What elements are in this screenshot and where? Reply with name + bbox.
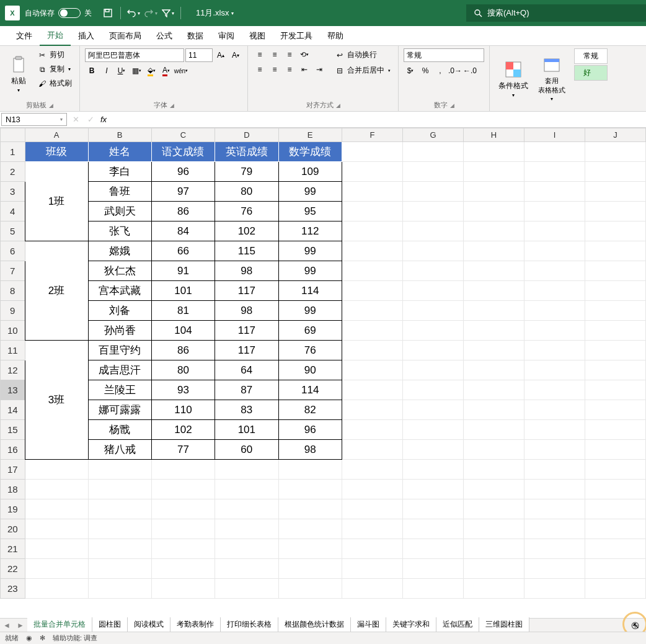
cell-I6[interactable] (524, 241, 585, 261)
cell-F19[interactable] (342, 499, 402, 519)
cell-B6[interactable]: 嫦娥 (88, 241, 151, 261)
merge-center-button[interactable]: ⊟合并后居中▾ (332, 64, 393, 77)
cell-E1[interactable]: 数学成绩 (278, 142, 342, 162)
cell-C17[interactable] (151, 460, 215, 480)
cell-G14[interactable] (402, 400, 463, 420)
cell-E14[interactable]: 82 (278, 400, 342, 420)
cell-H15[interactable] (463, 420, 524, 440)
cell-J19[interactable] (585, 499, 645, 519)
cell-G16[interactable] (402, 440, 463, 460)
cell-E12[interactable]: 90 (278, 360, 342, 380)
cell-E6[interactable]: 99 (278, 241, 342, 261)
cell-D21[interactable] (215, 539, 278, 559)
cell-E2[interactable]: 109 (278, 162, 342, 182)
sheet-tab-5[interactable]: 根据颜色统计数据 (278, 617, 351, 633)
cell-I22[interactable] (524, 559, 585, 579)
row-header-4[interactable]: 4 (1, 202, 25, 221)
cell-B4[interactable]: 武则天 (88, 202, 151, 221)
dialog-launcher-icon[interactable]: ◢ (170, 102, 174, 109)
phonetic-button[interactable]: wén▾ (174, 65, 188, 77)
column-header-J[interactable]: J (585, 128, 645, 142)
select-all-corner[interactable] (1, 128, 25, 142)
cell-H18[interactable] (463, 480, 524, 499)
fx-icon[interactable]: fx (98, 115, 109, 124)
cell-J3[interactable] (585, 182, 645, 202)
underline-button[interactable]: U▾ (115, 65, 128, 77)
row-header-14[interactable]: 14 (1, 400, 25, 420)
cell-H23[interactable] (463, 579, 524, 599)
dialog-launcher-icon[interactable]: ◢ (450, 102, 454, 109)
row-header-12[interactable]: 12 (1, 360, 25, 380)
cell-D15[interactable]: 101 (215, 420, 278, 440)
cell-E23[interactable] (278, 579, 342, 599)
sheet-tab-6[interactable]: 漏斗图 (351, 617, 386, 633)
cell-I16[interactable] (524, 440, 585, 460)
align-middle-icon[interactable]: ≡ (268, 48, 281, 61)
cell-B13[interactable]: 兰陵王 (88, 380, 151, 400)
cell-I4[interactable] (524, 202, 585, 221)
cell-C16[interactable]: 77 (151, 440, 215, 460)
column-header-I[interactable]: I (524, 128, 585, 142)
dialog-launcher-icon[interactable]: ◢ (336, 102, 340, 109)
cell-H3[interactable] (463, 182, 524, 202)
cell-G2[interactable] (402, 162, 463, 182)
cell-H11[interactable] (463, 341, 524, 360)
row-header-8[interactable]: 8 (1, 281, 25, 301)
sheet-tab-8[interactable]: 近似匹配 (436, 617, 479, 633)
macro-record-icon[interactable]: ◉ (26, 634, 32, 642)
ribbon-tab-9[interactable]: 帮助 (320, 27, 351, 45)
undo-button[interactable]: ▾ (125, 4, 142, 22)
cell-F23[interactable] (342, 579, 402, 599)
row-header-17[interactable]: 17 (1, 460, 25, 480)
cell-C1[interactable]: 语文成绩 (151, 142, 215, 162)
enter-fx-icon[interactable]: ✓ (83, 115, 98, 124)
border-button[interactable]: ▦▾ (130, 65, 143, 77)
row-header-13[interactable]: 13 (1, 380, 25, 400)
increase-font-icon[interactable]: A▴ (214, 49, 228, 61)
cell-F9[interactable] (342, 301, 402, 321)
cell-B7[interactable]: 狄仁杰 (88, 261, 151, 281)
cell-E13[interactable]: 114 (278, 380, 342, 400)
cell-I23[interactable] (524, 579, 585, 599)
row-header-18[interactable]: 18 (1, 480, 25, 499)
cell-H9[interactable] (463, 301, 524, 321)
cell-G19[interactable] (402, 499, 463, 519)
row-header-19[interactable]: 19 (1, 499, 25, 519)
cell-F2[interactable] (342, 162, 402, 182)
cell-B15[interactable]: 杨戬 (88, 420, 151, 440)
row-header-11[interactable]: 11 (1, 341, 25, 360)
cell-G5[interactable] (402, 221, 463, 241)
cell-C8[interactable]: 101 (151, 281, 215, 301)
cell-G21[interactable] (402, 539, 463, 559)
align-left-icon[interactable]: ≡ (253, 63, 267, 76)
cell-F12[interactable] (342, 360, 402, 380)
column-header-E[interactable]: E (278, 128, 342, 142)
cell-J22[interactable] (585, 559, 645, 579)
cell-G20[interactable] (402, 519, 463, 539)
align-center-icon[interactable]: ≡ (268, 63, 281, 76)
cell-E22[interactable] (278, 559, 342, 579)
row-header-20[interactable]: 20 (1, 519, 25, 539)
row-header-23[interactable]: 23 (1, 579, 25, 599)
cell-J23[interactable] (585, 579, 645, 599)
cell-F15[interactable] (342, 420, 402, 440)
cell-H13[interactable] (463, 380, 524, 400)
cell-B22[interactable] (88, 559, 151, 579)
cell-E5[interactable]: 112 (278, 221, 342, 241)
cell-B1[interactable]: 姓名 (88, 142, 151, 162)
cell-C15[interactable]: 102 (151, 420, 215, 440)
cell-A22[interactable] (25, 559, 88, 579)
cell-C9[interactable]: 81 (151, 301, 215, 321)
cell-D6[interactable]: 115 (215, 241, 278, 261)
cell-C11[interactable]: 86 (151, 341, 215, 360)
sheet-tab-1[interactable]: 圆柱图 (92, 617, 128, 633)
cell-E10[interactable]: 69 (278, 321, 342, 341)
decrease-decimal-icon[interactable]: ←.0 (463, 65, 477, 77)
cell-I12[interactable] (524, 360, 585, 380)
column-header-G[interactable]: G (402, 128, 463, 142)
number-format-select[interactable] (404, 48, 484, 62)
cell-D13[interactable]: 87 (215, 380, 278, 400)
cell-F5[interactable] (342, 221, 402, 241)
sheet-nav-prev-icon[interactable]: ◄ (0, 621, 14, 630)
cell-G17[interactable] (402, 460, 463, 480)
